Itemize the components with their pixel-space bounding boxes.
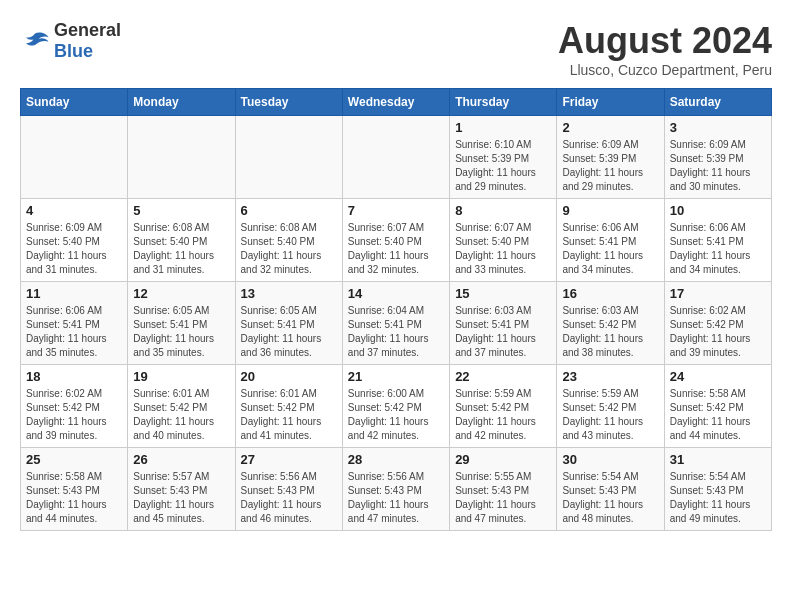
day-info: Sunrise: 6:01 AMSunset: 5:42 PMDaylight:… [133,387,229,443]
logo-text: General Blue [54,20,121,62]
day-info: Sunrise: 6:08 AMSunset: 5:40 PMDaylight:… [133,221,229,277]
day-number: 13 [241,286,337,301]
day-number: 3 [670,120,766,135]
day-number: 31 [670,452,766,467]
day-number: 5 [133,203,229,218]
day-header-monday: Monday [128,89,235,116]
calendar-cell: 14Sunrise: 6:04 AMSunset: 5:41 PMDayligh… [342,282,449,365]
calendar-cell: 8Sunrise: 6:07 AMSunset: 5:40 PMDaylight… [450,199,557,282]
day-header-thursday: Thursday [450,89,557,116]
day-info: Sunrise: 6:02 AMSunset: 5:42 PMDaylight:… [26,387,122,443]
day-info: Sunrise: 5:57 AMSunset: 5:43 PMDaylight:… [133,470,229,526]
calendar-cell: 13Sunrise: 6:05 AMSunset: 5:41 PMDayligh… [235,282,342,365]
calendar-cell: 3Sunrise: 6:09 AMSunset: 5:39 PMDaylight… [664,116,771,199]
day-info: Sunrise: 5:58 AMSunset: 5:42 PMDaylight:… [670,387,766,443]
day-info: Sunrise: 6:08 AMSunset: 5:40 PMDaylight:… [241,221,337,277]
day-number: 21 [348,369,444,384]
calendar-cell: 6Sunrise: 6:08 AMSunset: 5:40 PMDaylight… [235,199,342,282]
logo: General Blue [20,20,121,62]
day-number: 17 [670,286,766,301]
day-number: 28 [348,452,444,467]
calendar-week-1: 1Sunrise: 6:10 AMSunset: 5:39 PMDaylight… [21,116,772,199]
day-header-friday: Friday [557,89,664,116]
day-info: Sunrise: 6:05 AMSunset: 5:41 PMDaylight:… [241,304,337,360]
calendar-cell: 2Sunrise: 6:09 AMSunset: 5:39 PMDaylight… [557,116,664,199]
location-text: Llusco, Cuzco Department, Peru [558,62,772,78]
calendar-cell: 16Sunrise: 6:03 AMSunset: 5:42 PMDayligh… [557,282,664,365]
logo-blue: Blue [54,41,93,61]
calendar-cell: 5Sunrise: 6:08 AMSunset: 5:40 PMDaylight… [128,199,235,282]
calendar-cell: 4Sunrise: 6:09 AMSunset: 5:40 PMDaylight… [21,199,128,282]
calendar-cell: 19Sunrise: 6:01 AMSunset: 5:42 PMDayligh… [128,365,235,448]
day-number: 2 [562,120,658,135]
calendar-cell: 22Sunrise: 5:59 AMSunset: 5:42 PMDayligh… [450,365,557,448]
month-year-title: August 2024 [558,20,772,62]
day-header-wednesday: Wednesday [342,89,449,116]
day-number: 15 [455,286,551,301]
calendar-cell: 9Sunrise: 6:06 AMSunset: 5:41 PMDaylight… [557,199,664,282]
day-number: 26 [133,452,229,467]
logo-bird-icon [20,29,50,53]
calendar-cell: 24Sunrise: 5:58 AMSunset: 5:42 PMDayligh… [664,365,771,448]
day-info: Sunrise: 6:00 AMSunset: 5:42 PMDaylight:… [348,387,444,443]
day-number: 30 [562,452,658,467]
day-number: 27 [241,452,337,467]
day-info: Sunrise: 6:09 AMSunset: 5:39 PMDaylight:… [670,138,766,194]
day-info: Sunrise: 6:03 AMSunset: 5:42 PMDaylight:… [562,304,658,360]
calendar-cell [235,116,342,199]
calendar-cell [342,116,449,199]
day-number: 14 [348,286,444,301]
day-info: Sunrise: 6:06 AMSunset: 5:41 PMDaylight:… [26,304,122,360]
day-header-sunday: Sunday [21,89,128,116]
calendar-cell: 11Sunrise: 6:06 AMSunset: 5:41 PMDayligh… [21,282,128,365]
calendar-cell: 23Sunrise: 5:59 AMSunset: 5:42 PMDayligh… [557,365,664,448]
day-number: 11 [26,286,122,301]
calendar-cell: 10Sunrise: 6:06 AMSunset: 5:41 PMDayligh… [664,199,771,282]
calendar-cell: 15Sunrise: 6:03 AMSunset: 5:41 PMDayligh… [450,282,557,365]
day-info: Sunrise: 5:58 AMSunset: 5:43 PMDaylight:… [26,470,122,526]
calendar-header: SundayMondayTuesdayWednesdayThursdayFrid… [21,89,772,116]
header-row: SundayMondayTuesdayWednesdayThursdayFrid… [21,89,772,116]
day-info: Sunrise: 5:54 AMSunset: 5:43 PMDaylight:… [670,470,766,526]
day-info: Sunrise: 6:02 AMSunset: 5:42 PMDaylight:… [670,304,766,360]
calendar-table: SundayMondayTuesdayWednesdayThursdayFrid… [20,88,772,531]
calendar-cell [21,116,128,199]
day-header-saturday: Saturday [664,89,771,116]
day-number: 9 [562,203,658,218]
day-number: 6 [241,203,337,218]
day-number: 24 [670,369,766,384]
day-number: 19 [133,369,229,384]
day-info: Sunrise: 6:01 AMSunset: 5:42 PMDaylight:… [241,387,337,443]
calendar-cell: 28Sunrise: 5:56 AMSunset: 5:43 PMDayligh… [342,448,449,531]
day-info: Sunrise: 6:07 AMSunset: 5:40 PMDaylight:… [348,221,444,277]
day-info: Sunrise: 6:05 AMSunset: 5:41 PMDaylight:… [133,304,229,360]
day-info: Sunrise: 5:59 AMSunset: 5:42 PMDaylight:… [562,387,658,443]
day-info: Sunrise: 6:04 AMSunset: 5:41 PMDaylight:… [348,304,444,360]
day-number: 25 [26,452,122,467]
day-info: Sunrise: 6:07 AMSunset: 5:40 PMDaylight:… [455,221,551,277]
calendar-cell: 25Sunrise: 5:58 AMSunset: 5:43 PMDayligh… [21,448,128,531]
day-info: Sunrise: 5:54 AMSunset: 5:43 PMDaylight:… [562,470,658,526]
day-info: Sunrise: 6:10 AMSunset: 5:39 PMDaylight:… [455,138,551,194]
day-header-tuesday: Tuesday [235,89,342,116]
calendar-week-4: 18Sunrise: 6:02 AMSunset: 5:42 PMDayligh… [21,365,772,448]
calendar-week-2: 4Sunrise: 6:09 AMSunset: 5:40 PMDaylight… [21,199,772,282]
title-area: August 2024 Llusco, Cuzco Department, Pe… [558,20,772,78]
day-info: Sunrise: 6:03 AMSunset: 5:41 PMDaylight:… [455,304,551,360]
day-number: 1 [455,120,551,135]
day-info: Sunrise: 5:56 AMSunset: 5:43 PMDaylight:… [348,470,444,526]
day-number: 8 [455,203,551,218]
day-number: 16 [562,286,658,301]
day-info: Sunrise: 5:56 AMSunset: 5:43 PMDaylight:… [241,470,337,526]
day-info: Sunrise: 6:06 AMSunset: 5:41 PMDaylight:… [562,221,658,277]
day-number: 12 [133,286,229,301]
page-header: General Blue August 2024 Llusco, Cuzco D… [20,20,772,78]
day-info: Sunrise: 6:09 AMSunset: 5:40 PMDaylight:… [26,221,122,277]
day-number: 22 [455,369,551,384]
calendar-cell: 1Sunrise: 6:10 AMSunset: 5:39 PMDaylight… [450,116,557,199]
calendar-cell: 26Sunrise: 5:57 AMSunset: 5:43 PMDayligh… [128,448,235,531]
calendar-cell: 17Sunrise: 6:02 AMSunset: 5:42 PMDayligh… [664,282,771,365]
day-number: 7 [348,203,444,218]
day-info: Sunrise: 5:55 AMSunset: 5:43 PMDaylight:… [455,470,551,526]
calendar-cell: 7Sunrise: 6:07 AMSunset: 5:40 PMDaylight… [342,199,449,282]
